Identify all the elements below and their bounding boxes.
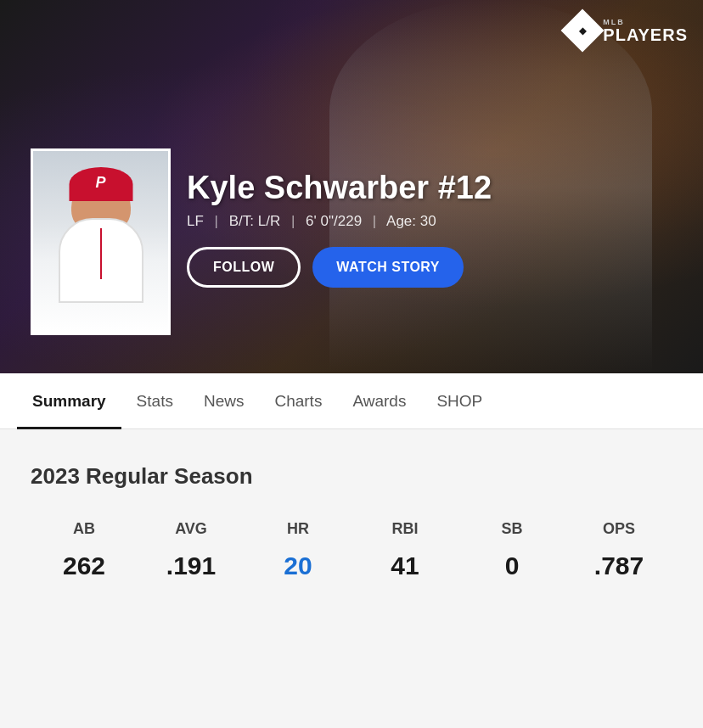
stat-label-ops: OPS	[603, 520, 635, 538]
stats-table: AB 262 AVG .191 HR 20 RBI 41 SB 0 OPS .7…	[31, 520, 672, 580]
player-details: LF | B/T: L/R | 6' 0"/229 | Age: 30	[187, 213, 492, 230]
stat-rbi: RBI 41	[371, 520, 439, 580]
stat-value-hr: 20	[284, 552, 312, 580]
mlb-players-logo: ◆ MLB PLAYERS	[567, 15, 688, 46]
watch-story-button[interactable]: WATCH STORY	[312, 247, 464, 288]
stat-value-rbi: 41	[391, 552, 419, 580]
follow-button[interactable]: FOLLOW	[187, 247, 301, 288]
stat-label-sb: SB	[501, 520, 522, 538]
player-body-figure	[59, 218, 143, 303]
separator-3: |	[373, 213, 376, 229]
mlb-logo-text: MLB PLAYERS	[603, 18, 688, 43]
player-figure	[46, 163, 156, 333]
tab-shop[interactable]: SHOP	[421, 373, 498, 429]
separator-1: |	[215, 213, 218, 229]
stat-value-ops: .787	[594, 552, 644, 580]
stat-label-hr: HR	[287, 520, 309, 538]
stat-label-ab: AB	[73, 520, 95, 538]
player-name: Kyle Schwarber #12	[187, 170, 492, 206]
hero-section: ◆ MLB PLAYERS Kyle Schwarber #12 LF | B/…	[0, 0, 703, 373]
navigation-tabs: Summary Stats News Charts Awards SHOP	[0, 373, 703, 429]
stat-value-sb: 0	[505, 552, 520, 580]
player-cap-figure	[69, 167, 132, 201]
stat-ab: AB 262	[50, 520, 118, 580]
player-thumbnail	[31, 148, 171, 335]
stat-sb: SB 0	[478, 520, 546, 580]
season-title: 2023 Regular Season	[31, 463, 672, 490]
player-bats-throws: B/T: L/R	[229, 213, 280, 229]
stat-label-avg: AVG	[175, 520, 207, 538]
player-info-overlay: Kyle Schwarber #12 LF | B/T: L/R | 6' 0"…	[187, 170, 492, 288]
player-position: LF	[187, 213, 204, 229]
player-action-buttons: FOLLOW WATCH STORY	[187, 247, 492, 288]
stat-label-rbi: RBI	[392, 520, 419, 538]
player-age: Age: 30	[386, 213, 436, 229]
tab-news[interactable]: News	[188, 373, 260, 429]
stat-ops: OPS .787	[585, 520, 653, 580]
tab-charts[interactable]: Charts	[259, 373, 337, 429]
mlb-diamond-icon: ◆	[561, 9, 605, 53]
player-photo-bg	[33, 151, 168, 333]
stat-avg: AVG .191	[157, 520, 225, 580]
stat-hr: HR 20	[264, 520, 332, 580]
tab-stats[interactable]: Stats	[121, 373, 188, 429]
players-big-text: PLAYERS	[603, 26, 688, 43]
tab-summary[interactable]: Summary	[17, 373, 121, 429]
stat-value-avg: .191	[166, 552, 216, 580]
separator-2: |	[291, 213, 295, 229]
tab-awards[interactable]: Awards	[337, 373, 421, 429]
content-area: 2023 Regular Season AB 262 AVG .191 HR 2…	[0, 429, 703, 614]
player-height-weight: 6' 0"/229	[306, 213, 362, 229]
stat-value-ab: 262	[63, 552, 105, 580]
